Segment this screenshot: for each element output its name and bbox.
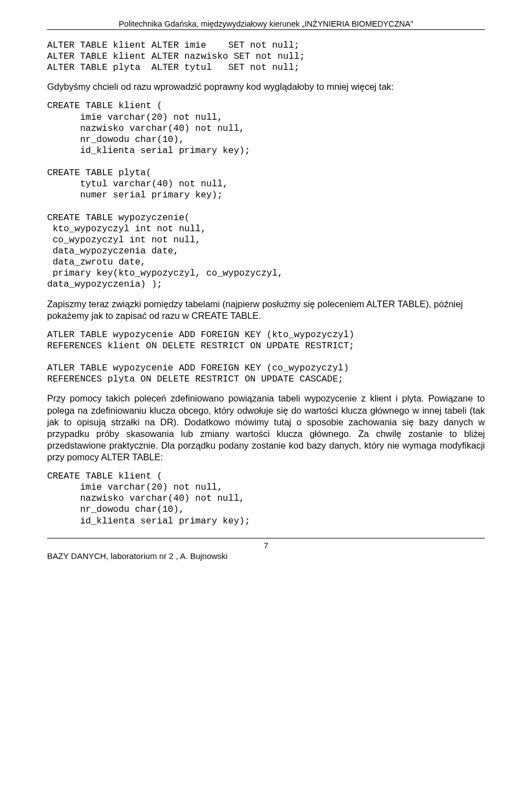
code-block-2: CREATE TABLE klient ( imie varchar(20) n… — [47, 100, 485, 290]
page-content: Politechnika Gdańska, międzywydziałowy k… — [0, 0, 532, 572]
paragraph-2: Zapiszmy teraz związki pomiędzy tabelami… — [47, 298, 485, 322]
paragraph-3: Przy pomocy takich poleceń zdefiniowano … — [47, 393, 485, 463]
code-block-4: CREATE TABLE klient ( imie varchar(20) n… — [47, 471, 485, 527]
page-number: 7 — [47, 541, 485, 550]
code-block-1: ALTER TABLE klient ALTER imie SET not nu… — [47, 40, 485, 73]
footer-text: BAZY DANYCH, laboratorium nr 2 , A. Bujn… — [47, 551, 485, 561]
document-header: Politechnika Gdańska, międzywydziałowy k… — [47, 19, 485, 30]
footer-area: 7 BAZY DANYCH, laboratorium nr 2 , A. Bu… — [47, 538, 485, 561]
code-block-3: ATLER TABLE wypozycenie ADD FOREIGN KEY … — [47, 329, 485, 385]
paragraph-1: Gdybyśmy chcieli od razu wprowadzić popr… — [47, 81, 485, 93]
